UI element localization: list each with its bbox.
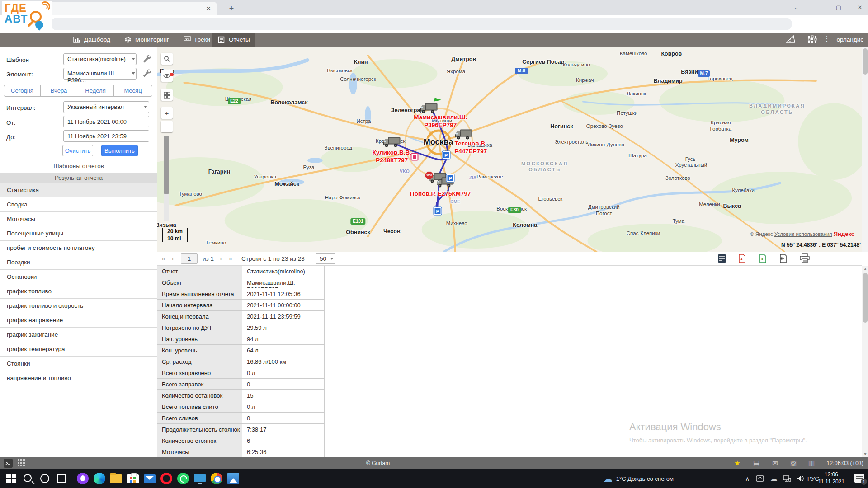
report-list-item[interactable]: Остановки — [0, 270, 157, 284]
zoom-out-button[interactable]: − — [161, 121, 173, 132]
report-list-item[interactable]: напряжение и топливо — [0, 371, 157, 385]
map-zoom-thumb[interactable] — [164, 136, 169, 194]
report-list-item[interactable]: график топливо — [0, 284, 157, 299]
page-number-input[interactable]: 1 — [181, 253, 198, 264]
tray-chevron-icon[interactable]: ∧ — [745, 469, 750, 488]
action-center-icon[interactable]: 1 — [854, 474, 864, 483]
quick-range-today[interactable]: Сегодня — [4, 85, 41, 97]
from-datetime-input[interactable] — [63, 116, 149, 127]
prev-page-button[interactable]: ‹ — [172, 252, 174, 266]
scroll-up-arrow[interactable]: ▲ — [862, 266, 868, 272]
clear-button[interactable]: Очистить — [62, 145, 93, 156]
excel-export-icon[interactable]: x — [758, 253, 769, 264]
vehicle-label[interactable]: Мамисашвили.Ш. Р396ЕР797 — [414, 114, 467, 129]
report-list-item[interactable]: график напряжение — [0, 313, 157, 328]
truck-icon[interactable] — [420, 103, 438, 114]
taskbar-app-icon[interactable] — [40, 474, 49, 483]
cast-icon[interactable] — [756, 469, 764, 488]
vehicle-label[interactable]: Попов.Р. Е275КМ797 — [410, 190, 471, 198]
volume-icon[interactable] — [797, 469, 805, 488]
terminal-icon[interactable] — [4, 459, 13, 469]
window-minimize-button[interactable]: — — [811, 3, 824, 13]
taskbar-app-icon[interactable] — [110, 474, 122, 483]
ruler-icon[interactable] — [786, 35, 796, 44]
weather-widget[interactable]: ☁ 1°C Дождь со снегом — [604, 469, 674, 488]
tab-tracks[interactable]: Треки — [178, 33, 216, 47]
favorites-star-icon[interactable]: ★ — [734, 459, 740, 467]
report-list-item[interactable]: Поездки — [0, 255, 157, 270]
language-indicator[interactable]: РУС — [807, 469, 819, 488]
last-page-button[interactable]: » — [229, 252, 232, 266]
tab-dashboard[interactable]: Дашборд — [68, 33, 116, 47]
next-page-button[interactable]: › — [220, 252, 222, 266]
quick-range-week[interactable]: Неделя — [77, 85, 114, 97]
map-marker[interactable]: P — [434, 207, 442, 215]
taskbar-app-icon[interactable] — [211, 473, 222, 484]
report-list-item[interactable]: график зажигание — [0, 328, 157, 342]
to-datetime-input[interactable] — [63, 130, 149, 142]
scroll-down-arrow[interactable]: ▼ — [862, 451, 868, 457]
map-search-button[interactable] — [161, 53, 173, 65]
pdf-export-icon[interactable]: A — [737, 253, 748, 264]
report-list-item[interactable]: Посещенные улицы — [0, 226, 157, 241]
zoom-in-button[interactable]: + — [161, 107, 173, 119]
terms-of-use-link[interactable]: Условия использования — [774, 231, 832, 237]
report-list-item[interactable]: Стоянки — [0, 357, 157, 371]
interval-select[interactable]: Указанный интервал — [63, 101, 149, 113]
taskbar-app-icon[interactable] — [227, 473, 239, 484]
taskbar-app-icon[interactable] — [194, 474, 206, 482]
report-list-item[interactable]: пробег и стоимость по платону — [0, 241, 157, 255]
template-settings-wrench-icon[interactable] — [142, 54, 152, 64]
tab-close-icon[interactable]: ✕ — [204, 5, 212, 13]
tab-monitoring[interactable]: Мониторинг — [119, 33, 175, 47]
new-tab-button[interactable]: + — [226, 3, 237, 14]
tab-search-icon[interactable]: ⌄ — [789, 3, 803, 13]
quick-range-month[interactable]: Месяц — [113, 85, 152, 97]
taskbar-app-icon[interactable] — [94, 473, 105, 484]
window-maximize-button[interactable]: ▢ — [832, 3, 845, 13]
quick-range-yesterday[interactable]: Вчера — [40, 85, 77, 97]
image-icon[interactable]: ▨ — [790, 459, 797, 467]
taskbar-app-icon[interactable] — [127, 474, 139, 483]
element-select[interactable]: Мамисашвили.Ш. Р396... — [63, 68, 137, 80]
taskbar-clock[interactable]: 12:06 11.11.2021 — [818, 471, 844, 485]
taskbar-app-icon[interactable] — [57, 474, 66, 483]
report-list-item[interactable]: Сводка — [0, 197, 157, 212]
map-scrollbar[interactable] — [862, 47, 868, 252]
split-panel-icon[interactable]: ▥ — [808, 459, 815, 467]
window-close-button[interactable]: ✕ — [853, 3, 867, 13]
taskbar-app-icon[interactable] — [177, 473, 189, 484]
network-icon[interactable] — [783, 469, 791, 488]
report-list-item[interactable]: график температура — [0, 342, 157, 357]
taskbar-app-icon[interactable] — [5, 473, 17, 484]
element-settings-wrench-icon[interactable] — [142, 68, 152, 78]
grid-dots-icon[interactable] — [17, 459, 25, 468]
taskbar-app-icon[interactable] — [24, 474, 32, 482]
taskbar-app-icon[interactable] — [144, 474, 156, 483]
onedrive-cloud-icon[interactable]: ☁ — [770, 469, 778, 488]
table-scrollbar[interactable]: ▲ ▼ — [862, 266, 868, 457]
map-marker[interactable]: P — [442, 151, 450, 159]
report-template-icon[interactable] — [717, 253, 728, 264]
import-icon[interactable] — [778, 253, 788, 264]
vehicle-label[interactable]: Тетенов.В. Р447ЕР797 — [454, 140, 487, 155]
tab-reports[interactable]: Отчеты — [212, 33, 255, 47]
report-templates-link[interactable]: Шаблоны отчетов — [0, 163, 157, 169]
report-list-item[interactable]: Моточасы — [0, 212, 157, 226]
address-bar[interactable] — [51, 18, 792, 30]
list-icon[interactable]: ▤ — [753, 459, 760, 467]
first-page-button[interactable]: « — [162, 252, 165, 266]
truck-icon[interactable] — [455, 129, 473, 141]
map-layers-button[interactable] — [161, 89, 173, 101]
map-area[interactable]: Ржев Клин Высоковск Солнечногорск Дмитро… — [157, 47, 862, 252]
report-list-item[interactable]: Статистика — [0, 183, 157, 197]
nav-kebab-icon[interactable]: ⋮ — [822, 35, 832, 44]
user-account-name[interactable]: орландис — [836, 36, 863, 43]
map-marker[interactable] — [410, 153, 418, 160]
run-report-button[interactable]: Выполнить — [101, 145, 138, 156]
browser-tab[interactable]: ✕ — [49, 2, 217, 15]
truck-icon[interactable] — [383, 136, 401, 148]
map-zoom-slider[interactable] — [164, 136, 169, 221]
vehicle-label[interactable]: Куликов.В.В. Р248КТ797 — [373, 149, 411, 164]
scrollbar-thumb[interactable] — [863, 273, 868, 323]
